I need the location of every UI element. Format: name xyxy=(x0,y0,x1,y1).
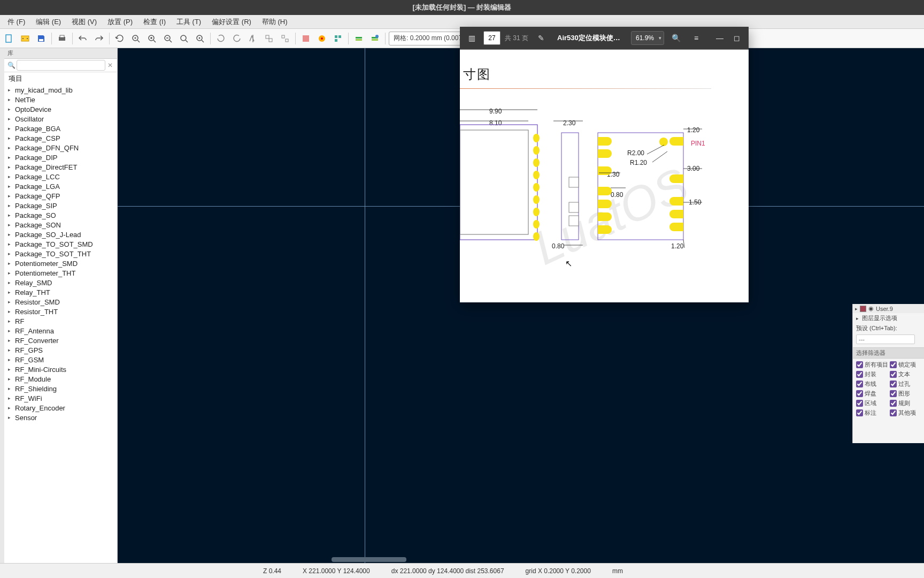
lib-item[interactable]: Package_TO_SOT_THT xyxy=(4,249,117,258)
lib-item[interactable]: Package_BGA xyxy=(4,124,117,133)
lib-item[interactable]: Package_CSP xyxy=(4,133,117,143)
lib-item[interactable]: Relay_THT xyxy=(4,287,117,297)
clear-search-icon[interactable]: ✕ xyxy=(105,62,115,69)
library-search-input[interactable] xyxy=(17,60,105,71)
lib-item[interactable]: Package_LGA xyxy=(4,181,117,191)
search-icon: 🔍 xyxy=(6,62,17,69)
filter-graphics[interactable]: 图形 xyxy=(890,390,921,398)
lib-item[interactable]: Relay_SMD xyxy=(4,278,117,287)
h-scrollbar[interactable] xyxy=(332,557,406,562)
refresh-btn[interactable] xyxy=(113,32,127,45)
zoom-center-btn[interactable] xyxy=(193,32,207,45)
zoom-in-btn[interactable] xyxy=(145,32,159,45)
lib-item[interactable]: my_kicad_mod_lib xyxy=(4,85,117,95)
layer-color-chip[interactable] xyxy=(860,306,866,312)
filter-footprints[interactable]: 封装 xyxy=(856,370,888,378)
zoom-out-btn[interactable] xyxy=(161,32,175,45)
mirror-btn[interactable] xyxy=(246,32,260,45)
filter-allitems[interactable]: 所有项目 xyxy=(856,361,888,369)
pdf-page[interactable]: 寸图 LuatOS 9.90 8.10 2.30 1.20 PIN1 R2.00… xyxy=(460,49,749,302)
lib-item[interactable]: RF_Converter xyxy=(4,336,117,345)
page-number-input[interactable] xyxy=(483,31,500,45)
menu-file[interactable]: 件 (F) xyxy=(2,15,30,29)
menu-prefs[interactable]: 偏好设置 (R) xyxy=(206,15,257,29)
filter-pads[interactable]: 焊盘 xyxy=(856,390,888,398)
lib-item[interactable]: Potentiometer_SMD xyxy=(4,258,117,268)
save-btn[interactable] xyxy=(34,32,48,45)
filter-locked[interactable]: 锁定项 xyxy=(890,361,921,369)
lib-item[interactable]: Package_DirectFET xyxy=(4,162,117,172)
filter-text[interactable]: 文本 xyxy=(890,370,921,378)
menu-inspect[interactable]: 检查 (I) xyxy=(138,15,171,29)
menu-tools[interactable]: 工具 (T) xyxy=(171,15,206,29)
left-rail[interactable] xyxy=(0,48,4,563)
lib-item[interactable]: Resistor_SMD xyxy=(4,297,117,307)
rotate-ccw-btn[interactable] xyxy=(214,32,228,45)
lib-item[interactable]: RF_GPS xyxy=(4,345,117,355)
lib-item[interactable]: RF xyxy=(4,316,117,326)
lib-item[interactable]: Package_DFN_QFN xyxy=(4,143,117,153)
lib-item[interactable]: Resistor_THT xyxy=(4,307,117,316)
layer-row[interactable]: ▸ ◉ User.9 xyxy=(853,304,924,313)
lib-item[interactable]: Package_DIP xyxy=(4,153,117,162)
filter-dimensions[interactable]: 标注 xyxy=(856,409,888,417)
filter-tracks[interactable]: 布线 xyxy=(856,380,888,388)
minimize-icon[interactable]: ― xyxy=(711,29,728,47)
search-icon[interactable]: 🔍 xyxy=(667,29,684,47)
ungroup-btn[interactable] xyxy=(278,32,292,45)
separator xyxy=(295,33,296,44)
menu-icon[interactable]: ≡ xyxy=(688,29,705,47)
lib-item[interactable]: Package_SIP xyxy=(4,201,117,210)
lib-item[interactable]: RF_Antenna xyxy=(4,326,117,336)
lib-item[interactable]: Oscillator xyxy=(4,114,117,124)
library-btn[interactable] xyxy=(331,32,345,45)
lib-item[interactable]: RF_WiFi xyxy=(4,393,117,403)
menu-view[interactable]: 视图 (V) xyxy=(66,15,102,29)
filter-zones[interactable]: 区域 xyxy=(856,399,888,407)
lib-item[interactable]: Package_QFP xyxy=(4,191,117,201)
group-btn[interactable] xyxy=(262,32,276,45)
undo-btn[interactable] xyxy=(76,32,90,45)
rotate-cw-btn[interactable] xyxy=(230,32,244,45)
lib-item[interactable]: Potentiometer_THT xyxy=(4,268,117,278)
preset-dropdown[interactable]: --- xyxy=(856,334,915,344)
visibility-icon[interactable]: ◉ xyxy=(868,305,874,312)
lib-item[interactable]: OptoDevice xyxy=(4,104,117,114)
maximize-icon[interactable]: ◻ xyxy=(728,29,745,47)
new-footprint-btn[interactable] xyxy=(18,32,32,45)
layer-display-options[interactable]: 图层显示选项 xyxy=(853,313,924,323)
library-tree[interactable]: my_kicad_mod_lib NetTie OptoDevice Oscil… xyxy=(4,85,117,563)
redo-btn[interactable] xyxy=(92,32,106,45)
zoom-region-btn[interactable] xyxy=(177,32,191,45)
lib-item[interactable]: RF_Shielding xyxy=(4,384,117,393)
sidebar-toggle-icon[interactable]: ▥ xyxy=(463,29,480,47)
filter-vias[interactable]: 过孔 xyxy=(890,380,921,388)
edit-icon[interactable]: ✎ xyxy=(533,29,550,47)
menu-help[interactable]: 帮助 (H) xyxy=(257,15,293,29)
lib-item[interactable]: RF_Mini-Circuits xyxy=(4,364,117,374)
menu-edit[interactable]: 编辑 (E) xyxy=(30,15,66,29)
lib-item[interactable]: RF_GSM xyxy=(4,355,117,364)
lib-item[interactable]: Sensor xyxy=(4,413,117,422)
filter-rules[interactable]: 规则 xyxy=(890,399,921,407)
filter-other[interactable]: 其他项 xyxy=(890,409,921,417)
new-btn[interactable] xyxy=(2,32,16,45)
menu-place[interactable]: 放置 (P) xyxy=(102,15,138,29)
lib-item[interactable]: NetTie xyxy=(4,95,117,104)
svg-point-39 xyxy=(533,158,540,167)
lib-item[interactable]: RF_Module xyxy=(4,374,117,384)
3d-btn[interactable] xyxy=(368,32,382,45)
lib-item[interactable]: Package_SO xyxy=(4,210,117,220)
drc-btn[interactable] xyxy=(315,32,329,45)
zoom-fit-btn[interactable] xyxy=(129,32,143,45)
pdf-titlebar[interactable]: ▥ 共 31 页 ✎ Air530定位模块使用手... 61.9% 🔍 ≡ ― … xyxy=(460,27,749,49)
lib-item[interactable]: Package_SON xyxy=(4,220,117,230)
lib-item[interactable]: Package_LCC xyxy=(4,172,117,181)
print-btn[interactable] xyxy=(55,32,69,45)
lib-item[interactable]: Package_SO_J-Lead xyxy=(4,230,117,239)
properties-btn[interactable] xyxy=(299,32,313,45)
layer-btn[interactable] xyxy=(352,32,366,45)
lib-item[interactable]: Package_TO_SOT_SMD xyxy=(4,239,117,249)
zoom-dropdown[interactable]: 61.9% xyxy=(631,31,664,45)
lib-item[interactable]: Rotary_Encoder xyxy=(4,403,117,413)
